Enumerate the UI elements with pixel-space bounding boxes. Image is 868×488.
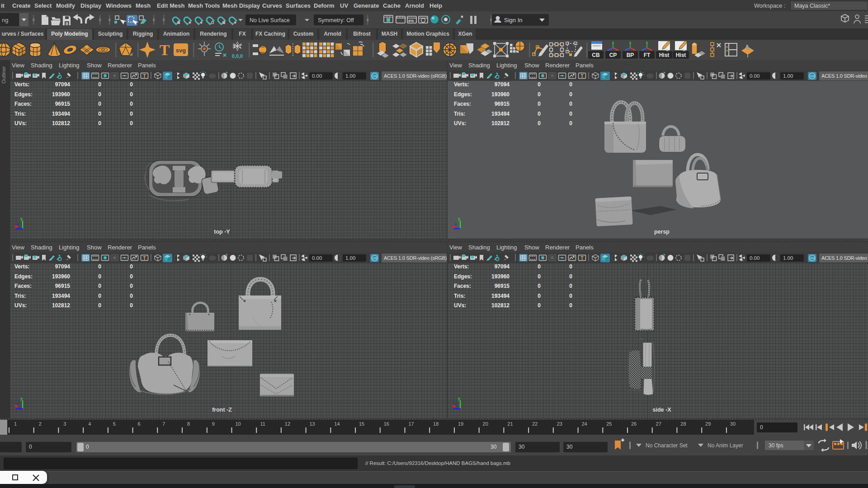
svg-text:13: 13 xyxy=(309,421,315,427)
svg-text:25: 25 xyxy=(606,421,612,427)
svg-text:2: 2 xyxy=(39,421,42,427)
svg-text:28: 28 xyxy=(680,421,686,427)
svg-text:24: 24 xyxy=(581,421,587,427)
svg-text:7: 7 xyxy=(162,421,165,427)
svg-text:No Character Set: No Character Set xyxy=(646,442,688,449)
svg-text:4: 4 xyxy=(88,421,91,427)
svg-text:30 fps: 30 fps xyxy=(769,442,783,449)
svg-text:17: 17 xyxy=(408,421,414,427)
svg-text:6: 6 xyxy=(138,421,141,427)
svg-text:14: 14 xyxy=(334,421,340,427)
svg-text:No Anim Layer: No Anim Layer xyxy=(708,442,743,449)
svg-text:27: 27 xyxy=(656,421,661,427)
svg-text:11: 11 xyxy=(260,421,265,427)
svg-text:18: 18 xyxy=(433,421,439,427)
svg-text:23: 23 xyxy=(557,421,562,427)
svg-text:20: 20 xyxy=(483,421,488,427)
svg-text:15: 15 xyxy=(359,421,364,427)
svg-text:21: 21 xyxy=(507,421,513,427)
svg-text:3: 3 xyxy=(63,421,66,427)
svg-text:29: 29 xyxy=(705,421,711,427)
svg-text:12: 12 xyxy=(285,421,290,427)
svg-text:1: 1 xyxy=(14,421,17,427)
svg-text:10: 10 xyxy=(235,421,241,427)
svg-text:26: 26 xyxy=(631,421,637,427)
svg-text:16: 16 xyxy=(384,421,389,427)
svg-text:30: 30 xyxy=(730,421,736,427)
svg-text:5: 5 xyxy=(113,421,116,427)
svg-text:22: 22 xyxy=(532,421,538,427)
svg-text:19: 19 xyxy=(458,421,463,427)
svg-text:9: 9 xyxy=(212,421,215,427)
svg-text:8: 8 xyxy=(187,421,190,427)
